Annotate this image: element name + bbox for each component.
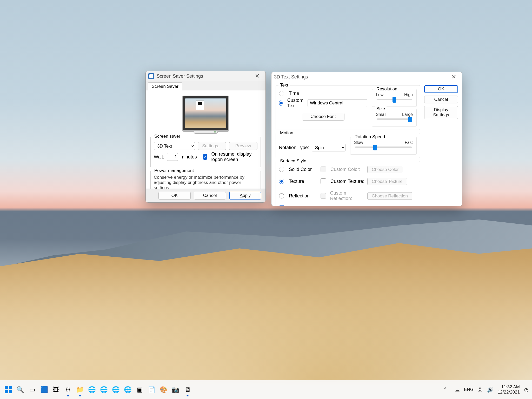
close-icon[interactable]: ✕ [251,71,263,81]
speed-slider-box: Rotation Speed SlowFast [350,137,417,155]
custom-text-label: Custom Text: [287,98,305,109]
size-slider-box: Size SmallLarge [372,109,417,127]
surface-group-title: Surface Style [278,158,308,164]
rotation-type-select[interactable]: Spin [312,144,345,151]
power-group-label: Power management [153,168,195,173]
specular-checkbox[interactable] [279,205,285,206]
taskbar-search-icon[interactable]: 🔍 [15,384,25,395]
taskbar-terminal-icon[interactable]: ▣ [135,384,145,395]
ok-button[interactable]: OK [158,192,191,200]
choose-color-button: Choose Color [367,166,403,173]
3d-text-settings-window: 3D Text Settings ✕ Text Time Custom Text… [271,72,462,206]
reflection-label: Reflection [289,193,310,199]
size-slider[interactable] [377,118,412,120]
wait-input[interactable] [167,154,178,160]
resume-checkbox[interactable] [203,154,207,160]
surface-style-group: Surface Style Solid Color Custom Color: … [276,161,420,206]
volume-icon[interactable]: 🔊 [487,387,494,393]
speed-title: Rotation Speed [353,134,387,139]
clock[interactable]: 11:32 AM 12/22/2021 [498,384,520,395]
window-title: 3D Text Settings [274,74,308,80]
screen-saver-settings-window: Screen Saver Settings ✕ Screen Saver Scr… [145,71,266,203]
reflection-radio[interactable] [279,193,284,198]
time-radio[interactable] [279,91,284,96]
custom-texture-checkbox[interactable] [321,178,326,184]
wait-label: Wait: [154,154,164,160]
resolution-slider-box: Resolution LowHigh [372,89,417,107]
power-description: Conserve energy or maximize performance … [154,175,257,190]
custom-color-checkbox [321,167,326,172]
custom-texture-label: Custom Texture: [330,179,364,184]
taskbar-paint-icon[interactable]: 🎨 [158,384,169,395]
dialog-footer: OK Cancel Apply [146,189,265,202]
choose-font-button[interactable]: Choose Font [302,113,344,121]
taskbar-edge-canary-icon[interactable]: 🌐 [123,384,133,395]
wait-spinner[interactable]: ▲▼ [167,153,178,161]
tray-chevron-icon[interactable]: ˄ [440,384,450,395]
cancel-button[interactable]: Cancel [194,192,226,200]
resolution-title: Resolution [375,87,399,92]
motion-group: Motion Rotation Type: Spin Rotation Spee… [276,133,420,158]
speed-slider[interactable] [355,147,412,148]
display-settings-button[interactable]: Display Settings [424,106,458,119]
tab-screen-saver[interactable]: Screen Saver [148,82,182,90]
resume-label: On resume, display logon screen [211,151,257,162]
titlebar[interactable]: Screen Saver Settings ✕ [146,71,265,81]
clock-date: 12/22/2021 [498,390,520,395]
size-high-label: Large [402,112,413,117]
resolution-high-label: High [404,92,413,97]
taskbar: 🔍▭🟦🖼⚙📁🌐🌐🌐🌐▣📄🎨📷🖥 ˄ ☁ ENG 🖧 🔊 11:32 AM 12/… [0,380,532,399]
taskbar-edge-dev-icon[interactable]: 🌐 [111,384,121,395]
network-icon[interactable]: 🖧 [478,387,483,393]
text-group: Text Time Custom Text: Choos [276,85,420,130]
taskbar-edge-icon[interactable]: 🌐 [87,384,97,395]
settings-button[interactable]: Settings... [198,142,226,150]
titlebar[interactable]: 3D Text Settings ✕ [271,72,462,82]
preview-monitor [182,96,229,131]
motion-group-title: Motion [278,130,295,136]
texture-label: Texture [289,179,304,184]
solid-color-radio[interactable] [279,167,284,172]
specular-label: Show Specular Highlights [289,206,342,207]
solid-color-label: Solid Color [289,167,312,172]
size-title: Size [375,106,387,111]
cancel-button[interactable]: Cancel [424,96,458,103]
speed-low-label: Slow [354,140,363,145]
taskbar-photos-icon[interactable]: 🖼 [51,384,61,395]
time-label: Time [289,91,299,96]
custom-reflection-checkbox [321,193,326,199]
ok-button[interactable]: OK [424,85,458,93]
taskbar-camera-icon[interactable]: 📷 [170,384,181,395]
rotation-type-label: Rotation Type: [279,145,309,150]
apply-button[interactable]: Apply [229,192,261,200]
taskbar-edge-beta-icon[interactable]: 🌐 [99,384,109,395]
taskbar-monitor-icon[interactable]: 🖥 [182,384,193,395]
group-label: Screen saver [153,134,182,139]
taskbar-explorer-icon[interactable]: 📁 [75,384,85,395]
resolution-slider[interactable] [377,99,412,100]
texture-radio[interactable] [279,179,284,184]
taskbar-settings-icon[interactable]: ⚙ [63,384,73,395]
wait-unit: minutes [181,154,197,160]
screen-saver-select[interactable]: 3D Text [154,142,195,150]
taskbar-widgets-icon[interactable]: 🟦 [39,384,49,395]
window-title: Screen Saver Settings [157,74,203,79]
tab-strip: Screen Saver [146,81,265,90]
taskbar-notepad-icon[interactable]: 📄 [147,384,157,395]
size-low-label: Small [376,112,386,117]
close-icon[interactable]: ✕ [448,72,460,82]
preview-button[interactable]: Preview [229,142,257,150]
app-icon [148,73,154,79]
screen-saver-group: Screen saver 3D Text Settings... Preview… [150,137,261,167]
custom-text-radio[interactable] [279,101,283,106]
notifications-icon[interactable]: ◔ [524,387,528,393]
resolution-low-label: Low [376,92,383,97]
onedrive-icon[interactable]: ☁ [455,387,460,393]
language-indicator[interactable]: ENG [464,387,474,392]
custom-text-input[interactable] [308,99,367,107]
custom-reflection-label: Custom Reflection: [330,190,367,201]
clock-time: 11:32 AM [498,384,520,390]
custom-color-label: Custom Color: [330,167,360,172]
taskbar-start-icon[interactable] [3,384,14,395]
taskbar-task-view-icon[interactable]: ▭ [27,384,37,395]
